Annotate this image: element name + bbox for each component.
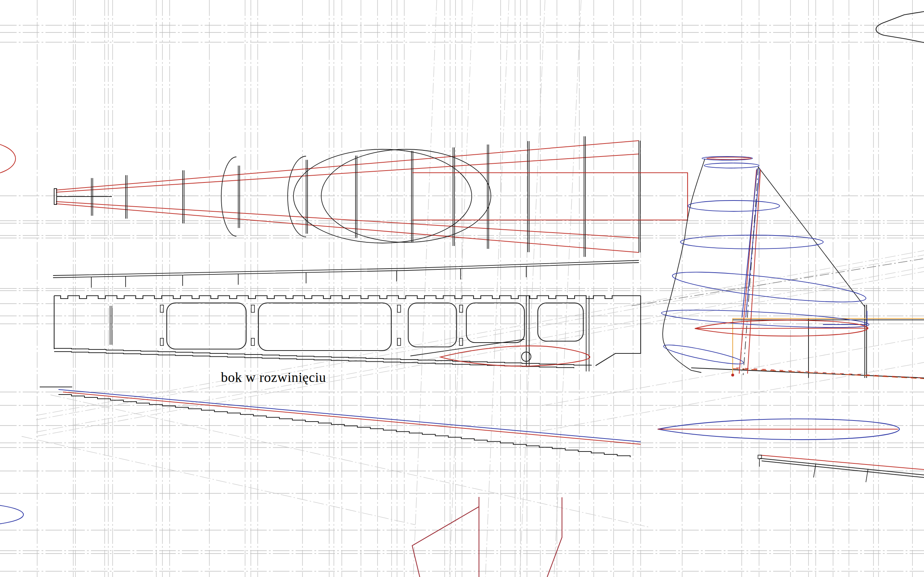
lightening-window [538,303,583,341]
left-edge-sections [0,142,23,526]
lightening-window [167,303,246,349]
view-label: bok w rozwinięciu [221,369,326,385]
planking-edges [40,387,641,457]
fin-side-view [661,156,924,379]
drawing-canvas[interactable]: bok w rozwinięciu [0,0,924,577]
tail-boom-edges [758,455,924,482]
top-right-section [876,11,924,43]
cad-plot [0,0,924,577]
stabilizer-airfoil [657,419,900,440]
tailplane-plan [54,136,688,257]
lightening-window [408,303,457,347]
construction-lines [0,0,924,577]
lightening-window [258,303,391,351]
